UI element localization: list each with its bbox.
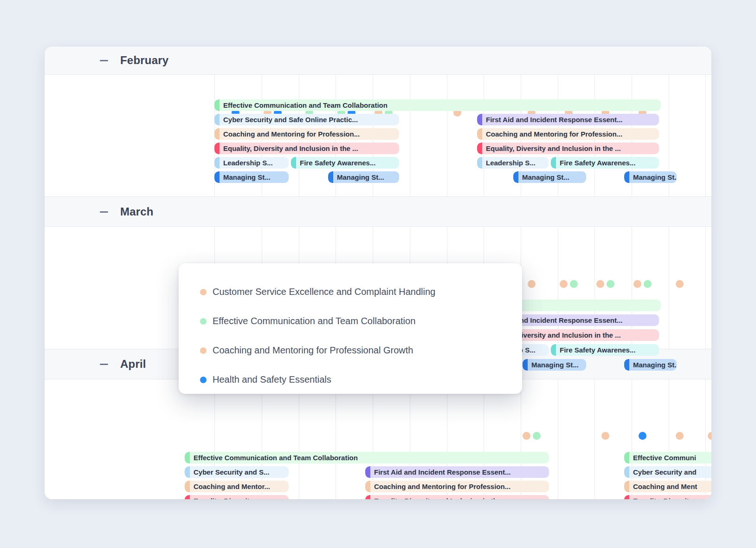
collapse-february-button[interactable]	[97, 53, 111, 68]
bar-accent	[477, 114, 482, 125]
event-bar-coaching-mentoring[interactable]: Coaching and Mentoring for Profession...	[214, 128, 399, 140]
event-bar-managing-stress[interactable]: Managing St...	[624, 171, 677, 183]
event-bar-fire-safety[interactable]: Fire Safety Awarenes...	[551, 344, 659, 356]
event-bar-managing-stress[interactable]: Managing St...	[624, 359, 677, 371]
collapse-april-button[interactable]	[97, 357, 111, 372]
event-dot-blue[interactable]	[639, 432, 646, 440]
event-dot-green[interactable]	[607, 280, 614, 288]
event-bar-cyber-security[interactable]: Cyber Security and Safe Online Practic..…	[214, 114, 399, 125]
popover-event-customer-service[interactable]: Customer Service Excellence and Complain…	[179, 277, 522, 307]
event-bar-effective-communication[interactable]: Effective Communication and Team Collabo…	[214, 99, 661, 111]
event-bar-cyber-security[interactable]: Cyber Security and	[624, 466, 711, 478]
event-bar-managing-stress[interactable]: Managing St...	[214, 171, 289, 183]
event-bar-fire-safety[interactable]: Fire Safety Awarenes...	[291, 157, 399, 169]
april-grid: Effective Communication and Team Collabo…	[45, 379, 711, 499]
month-band-march: March	[45, 196, 711, 227]
event-bar-managing-stress[interactable]: Managing St...	[523, 359, 586, 371]
event-dot-peach[interactable]	[528, 280, 536, 288]
bar-accent	[214, 157, 220, 169]
event-dot-peach	[200, 347, 207, 354]
bar-accent	[291, 157, 296, 169]
bar-accent	[477, 128, 482, 140]
popover-event-health-safety[interactable]: Health and Safety Essentials	[179, 365, 522, 394]
event-dot-peach[interactable]	[596, 280, 604, 288]
event-bar-coaching-mentoring[interactable]: Coaching and Ment	[624, 481, 711, 492]
month-title-april: April	[120, 358, 146, 371]
bar-accent	[185, 495, 190, 499]
bar-accent	[477, 157, 482, 169]
bar-accent	[624, 466, 629, 478]
bar-accent	[551, 157, 556, 169]
event-dot-green	[200, 318, 207, 325]
event-dot-green[interactable]	[570, 280, 578, 288]
event-dot-peach	[200, 289, 207, 295]
event-bar-coaching-mentoring[interactable]: Coaching and Mentor...	[185, 481, 289, 492]
bar-accent	[365, 466, 370, 478]
event-dot-peach[interactable]	[523, 432, 530, 440]
event-dot-peach[interactable]	[601, 432, 609, 440]
bar-accent	[185, 452, 190, 463]
event-bar-leadership[interactable]: Leadership S...	[214, 157, 289, 169]
event-bar-equality-diversity[interactable]: Equality, Diversity and Inclusion in the…	[214, 143, 399, 154]
bar-accent	[365, 481, 370, 492]
event-bar-leadership[interactable]: Leadership S...	[477, 157, 549, 169]
bar-accent	[551, 344, 556, 356]
bar-accent	[477, 143, 482, 154]
event-bar-effective-communication[interactable]: Effective Communi	[624, 452, 711, 463]
event-bar-managing-stress[interactable]: Managing St...	[328, 171, 399, 183]
bar-accent	[624, 359, 629, 371]
event-bar-coaching-mentoring[interactable]: Coaching and Mentoring for Profession...	[477, 128, 659, 140]
collapse-march-button[interactable]	[97, 204, 111, 219]
event-bar-first-aid[interactable]: First Aid and Incident Response Essent..…	[477, 114, 659, 125]
event-bar-equality-diversity[interactable]: Equality, Diversity and Inclusion in the…	[477, 143, 659, 154]
event-bar-fire-safety[interactable]: Fire Safety Awarenes...	[551, 157, 659, 169]
bar-accent	[214, 171, 220, 183]
bar-accent	[214, 143, 220, 154]
bar-accent	[214, 114, 220, 125]
event-dot-green[interactable]	[533, 432, 541, 440]
bar-accent	[214, 99, 220, 111]
event-dot-peach[interactable]	[560, 280, 568, 288]
event-bar-coaching-mentoring[interactable]: Coaching and Mentoring for Profession...	[365, 481, 549, 492]
bar-accent	[624, 452, 629, 463]
day-events-popover: Customer Service Excellence and Complain…	[179, 263, 522, 394]
event-dot-peach[interactable]	[676, 432, 684, 440]
event-dot-peach[interactable]	[633, 280, 641, 288]
event-bar-equality-diversity[interactable]: Equality, Diversity	[624, 495, 711, 499]
schedule-card: February Effective Communication and Tea…	[45, 46, 711, 499]
event-bar-managing-stress[interactable]: Managing St...	[513, 171, 586, 183]
bar-accent	[214, 128, 220, 140]
event-dot-blue	[200, 377, 207, 383]
event-dot-green[interactable]	[644, 280, 652, 288]
bar-accent	[185, 481, 190, 492]
month-title-march: March	[120, 205, 154, 218]
event-bar-equality-diversity[interactable]: Equality, Diversity an...	[185, 495, 289, 499]
bar-accent	[523, 359, 528, 371]
bar-accent	[185, 466, 190, 478]
event-dot-peach[interactable]	[676, 280, 684, 288]
bar-accent	[328, 171, 333, 183]
february-grid: Effective Communication and Team Collabo…	[45, 75, 711, 196]
bar-accent	[624, 481, 629, 492]
event-bar-first-aid[interactable]: First Aid and Incident Response Essent..…	[365, 466, 549, 478]
popover-event-effective-communication[interactable]: Effective Communication and Team Collabo…	[179, 307, 522, 336]
event-bar-effective-communication[interactable]: Effective Communication and Team Collabo…	[185, 452, 549, 463]
popover-event-coaching-mentoring[interactable]: Coaching and Mentoring for Professional …	[179, 336, 522, 365]
event-bar-cyber-security[interactable]: Cyber Security and S...	[185, 466, 289, 478]
month-title-february: February	[120, 54, 168, 67]
event-bar-equality-diversity[interactable]: Equality, Diversity and Inclusion in the…	[365, 495, 549, 499]
bar-accent	[624, 171, 629, 183]
bar-accent	[513, 171, 518, 183]
month-band-february: February	[45, 46, 711, 75]
